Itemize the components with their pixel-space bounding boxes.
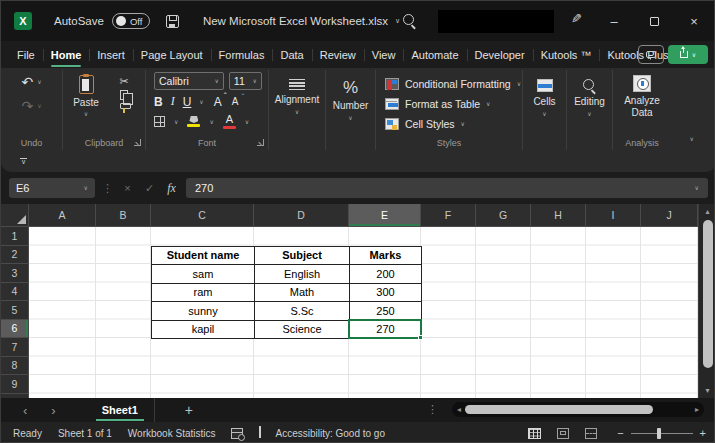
tab-automate[interactable]: Automate — [403, 41, 466, 68]
scroll-left-icon[interactable]: ◂ — [457, 405, 461, 414]
zoom-in-button[interactable]: + — [700, 427, 706, 439]
cell-c2[interactable]: Student name — [152, 247, 255, 266]
prev-sheet-button[interactable]: ‹ — [1, 403, 39, 418]
row-header-8[interactable]: 8 — [1, 357, 29, 376]
scroll-right-icon[interactable]: ▸ — [695, 405, 699, 414]
tab-view[interactable]: View — [364, 41, 404, 68]
workbook-statistics[interactable]: Workbook Statistics — [128, 428, 216, 439]
cancel-button[interactable]: × — [120, 182, 135, 194]
row-header-1[interactable]: 1 — [1, 227, 29, 246]
col-header-a[interactable]: A — [29, 204, 96, 227]
underline-button[interactable]: U — [183, 95, 192, 109]
save-icon[interactable] — [166, 15, 179, 28]
cell-d5[interactable]: S.Sc — [255, 302, 350, 321]
comments-button[interactable] — [638, 45, 664, 64]
italic-button[interactable]: I — [171, 94, 175, 109]
formula-input[interactable]: 270 ∨ — [186, 178, 708, 198]
formula-bar-grip-icon[interactable]: ⋮ — [102, 182, 113, 195]
zoom-out-button[interactable]: − — [617, 427, 623, 439]
search-icon[interactable] — [403, 14, 416, 27]
row-header-7[interactable]: 7 — [1, 338, 29, 357]
cell-e4[interactable]: 300 — [350, 284, 422, 303]
zoom-slider-thumb[interactable] — [657, 428, 661, 439]
name-box[interactable]: E6 ∨ — [9, 178, 95, 198]
row-header-2[interactable]: 2 — [1, 246, 29, 265]
col-header-d[interactable]: D — [254, 204, 349, 227]
redo-button[interactable]: ↷ ∨ — [1, 94, 62, 118]
cell-d6[interactable]: Science — [255, 321, 350, 340]
zoom-slider[interactable] — [631, 433, 693, 434]
accessibility-status[interactable]: Accessibility: Good to go — [259, 427, 385, 439]
cell-d3[interactable]: English — [255, 265, 350, 284]
col-header-h[interactable]: H — [531, 204, 586, 227]
col-header-f[interactable]: F — [421, 204, 476, 227]
cell-e2[interactable]: Marks — [350, 247, 422, 266]
share-button[interactable]: ∨ — [668, 45, 708, 64]
clipboard-dialog-launcher-icon[interactable] — [134, 139, 141, 146]
vertical-scrollbar[interactable]: ▴ ▾ — [698, 204, 715, 398]
normal-view-button[interactable] — [527, 427, 542, 440]
tab-file[interactable]: File — [9, 41, 43, 68]
tab-review[interactable]: Review — [312, 41, 364, 68]
page-break-view-button[interactable] — [583, 427, 598, 440]
borders-button[interactable] — [154, 116, 165, 127]
cell-c4[interactable]: ram — [152, 284, 255, 303]
sheet-tab-sheet1[interactable]: Sheet1 — [86, 398, 155, 422]
vertical-scroll-thumb[interactable] — [703, 220, 713, 368]
editing-button[interactable]: Editing ∨ — [567, 70, 612, 150]
fill-color-chevron-down-icon[interactable]: ∨ — [209, 119, 213, 125]
scroll-up-icon[interactable]: ▴ — [699, 204, 715, 219]
ribbon-overflow-chevron-icon[interactable]: ∨ — [690, 136, 694, 142]
cell-c6[interactable]: kapil — [152, 321, 255, 340]
maximize-button[interactable] — [634, 1, 674, 41]
close-button[interactable]: × — [674, 1, 714, 41]
font-color-button[interactable]: A — [223, 114, 236, 129]
cell-c3[interactable]: sam — [152, 265, 255, 284]
tab-data[interactable]: Data — [272, 41, 311, 68]
borders-chevron-down-icon[interactable]: ∨ — [174, 119, 178, 125]
row-header-6-selected[interactable]: 6 — [1, 320, 29, 339]
row-header-9[interactable]: 9 — [1, 375, 29, 394]
font-color-chevron-down-icon[interactable]: ∨ — [245, 119, 249, 125]
cells-button[interactable]: Cells ∨ — [523, 70, 566, 150]
tab-home[interactable]: Home — [43, 41, 90, 68]
cell-d4[interactable]: Math — [255, 284, 350, 303]
macro-record-button[interactable] — [231, 428, 243, 439]
scroll-down-icon[interactable]: ▾ — [699, 383, 715, 398]
document-title[interactable]: New Microsoft Excel Worksheet.xlsx — [203, 15, 388, 27]
row-header-4[interactable]: 4 — [1, 283, 29, 302]
format-painter-button[interactable] — [119, 103, 130, 113]
scrollbar-grip-icon[interactable]: ⋮ — [427, 403, 438, 416]
collapse-ribbon-button[interactable]: ∨ — [20, 158, 27, 165]
copy-button[interactable] — [120, 90, 128, 100]
tab-developer[interactable]: Developer — [467, 41, 533, 68]
tab-kutools[interactable]: Kutools ™ — [533, 41, 600, 68]
select-all-button[interactable] — [1, 204, 29, 227]
pen-icon[interactable]: ✎ — [571, 11, 582, 26]
insert-function-button[interactable]: fx — [164, 181, 179, 196]
number-button[interactable]: % Number ∨ — [326, 70, 375, 150]
title-chevron-down-icon[interactable]: ∨ — [395, 17, 400, 25]
cell-styles-button[interactable]: Cell Styles ∨ — [376, 114, 522, 134]
tab-insert[interactable]: Insert — [89, 41, 133, 68]
cut-button[interactable]: ✂ — [119, 76, 128, 87]
format-as-table-button[interactable]: Format as Table ∨ — [376, 94, 522, 114]
increase-font-button[interactable]: Aˆ — [214, 95, 222, 109]
fill-color-button[interactable] — [187, 116, 200, 127]
next-sheet-button[interactable]: › — [39, 403, 67, 418]
alignment-button[interactable]: Alignment ∨ — [269, 70, 325, 150]
conditional-formatting-button[interactable]: Conditional Formatting ∨ — [376, 74, 522, 94]
col-header-b[interactable]: B — [96, 204, 151, 227]
font-dialog-launcher-icon[interactable] — [257, 139, 264, 146]
minimize-button[interactable]: – — [594, 1, 634, 41]
font-size-select[interactable]: 11 ∨ — [229, 72, 262, 90]
cell-e3[interactable]: 200 — [350, 265, 422, 284]
horizontal-scroll-thumb[interactable] — [465, 405, 653, 414]
cell-c5[interactable]: sunny — [152, 302, 255, 321]
col-header-i[interactable]: I — [586, 204, 641, 227]
add-sheet-button[interactable]: + — [185, 402, 193, 418]
tab-formulas[interactable]: Formulas — [211, 41, 273, 68]
fill-handle[interactable] — [418, 335, 423, 340]
undo-button[interactable]: ↶ ∨ — [1, 70, 62, 94]
horizontal-scrollbar[interactable]: ◂ ▸ — [452, 402, 704, 417]
